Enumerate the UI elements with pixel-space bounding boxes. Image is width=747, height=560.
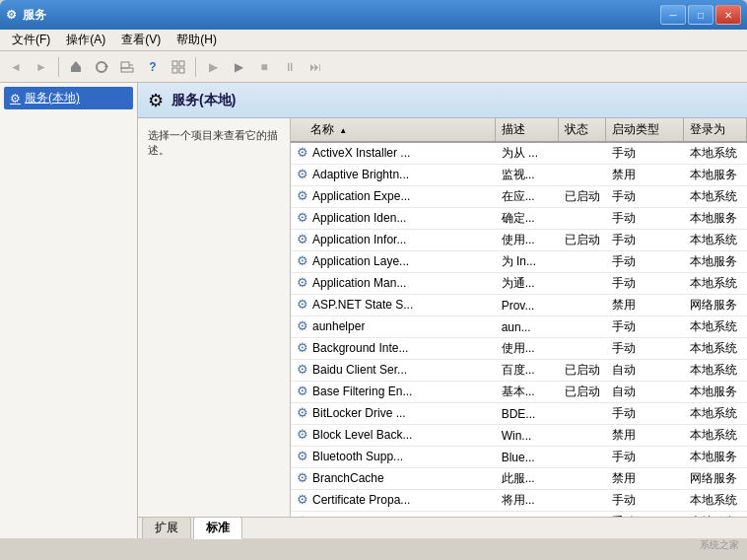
service-startup: 手动	[606, 142, 684, 165]
service-desc: aun...	[496, 316, 559, 338]
service-desc: Prov...	[496, 295, 559, 316]
export-icon	[120, 60, 134, 74]
properties-button[interactable]	[167, 55, 190, 79]
service-name: Baidu Client Ser...	[312, 363, 407, 377]
service-login: 本地服务	[684, 382, 747, 403]
col-login[interactable]: 登录为	[684, 118, 747, 142]
services-local-icon: ⚙	[10, 92, 21, 105]
sidebar-item-label: 服务(本地)	[25, 90, 80, 106]
service-icon: ⚙	[297, 253, 308, 268]
service-icon: ⚙	[297, 167, 308, 181]
back-button[interactable]: ◄	[4, 55, 28, 79]
service-icon: ⚙	[297, 362, 308, 377]
help-button[interactable]: ?	[141, 55, 165, 79]
service-startup: 手动	[606, 338, 684, 360]
service-status	[559, 295, 606, 316]
menu-help[interactable]: 帮助(H)	[169, 30, 225, 50]
service-login: 本地服务	[684, 251, 747, 273]
table-row[interactable]: ⚙aunhelperaun...手动本地系统	[291, 316, 747, 338]
bottom-tabs: 扩展 标准	[138, 517, 747, 538]
service-status	[559, 447, 606, 468]
service-startup: 手动	[606, 512, 684, 518]
svg-rect-0	[71, 67, 81, 72]
service-desc: Win...	[496, 425, 559, 447]
service-login: 本地系统	[684, 338, 747, 360]
close-button[interactable]: ✕	[715, 5, 741, 25]
table-row[interactable]: ⚙BitLocker Drive ...BDE...手动本地系统	[291, 403, 747, 425]
forward-button[interactable]: ►	[30, 55, 53, 79]
stop-service-button[interactable]: ■	[252, 55, 276, 79]
service-icon: ⚙	[297, 384, 308, 398]
table-row[interactable]: ⚙ASP.NET State S...Prov...禁用网络服务	[291, 295, 747, 316]
title-bar-left: ⚙ 服务	[6, 7, 46, 24]
service-startup: 手动	[606, 251, 684, 273]
services-table-wrapper[interactable]: 名称 ▲ 描述 状态 启动类型 登录为 ⚙ActiveX Installer .…	[291, 118, 747, 517]
up-button[interactable]	[64, 55, 88, 79]
start-service-button[interactable]: ▶	[201, 55, 225, 79]
sidebar: ⚙ 服务(本地)	[0, 83, 138, 538]
table-row[interactable]: ⚙Block Level Back...Win...禁用本地系统	[291, 425, 747, 447]
tab-standard[interactable]: 标准	[193, 517, 242, 539]
service-login: 本地服务	[684, 165, 747, 186]
table-row[interactable]: ⚙Application Laye...为 In...手动本地服务	[291, 251, 747, 273]
service-status	[559, 316, 606, 338]
service-status	[559, 273, 606, 295]
col-desc[interactable]: 描述	[496, 118, 559, 142]
table-row[interactable]: ⚙CNG Key Isolatio...CNG...手动本地服务	[291, 512, 747, 518]
service-startup: 自动	[606, 360, 684, 382]
service-status: 已启动	[559, 230, 606, 251]
sidebar-item-local[interactable]: ⚙ 服务(本地)	[4, 87, 133, 109]
table-row[interactable]: ⚙Background Inte...使用...手动本地系统	[291, 338, 747, 360]
col-startup[interactable]: 启动类型	[606, 118, 684, 142]
service-login: 本地系统	[684, 230, 747, 251]
service-login: 本地系统	[684, 403, 747, 425]
svg-rect-8	[172, 68, 177, 73]
service-status	[559, 468, 606, 490]
service-desc: 监视...	[496, 165, 559, 186]
refresh-button[interactable]	[90, 55, 113, 79]
minimize-button[interactable]: ─	[660, 5, 686, 25]
table-row[interactable]: ⚙Application Expe...在应...已启动手动本地系统	[291, 186, 747, 208]
table-row[interactable]: ⚙Application Iden...确定...手动本地服务	[291, 208, 747, 230]
table-row[interactable]: ⚙Base Filtering En...基本...已启动自动本地服务	[291, 382, 747, 403]
tab-extended[interactable]: 扩展	[142, 517, 191, 538]
service-name: Bluetooth Supp...	[312, 450, 403, 463]
table-row[interactable]: ⚙Bluetooth Supp...Blue...手动本地服务	[291, 447, 747, 468]
service-icon: ⚙	[297, 449, 308, 463]
svg-marker-1	[71, 61, 81, 67]
col-status[interactable]: 状态	[559, 118, 606, 142]
service-icon: ⚙	[297, 470, 308, 485]
start-service-button2[interactable]: ▶	[227, 55, 250, 79]
menu-file[interactable]: 文件(F)	[4, 30, 58, 50]
service-name: BitLocker Drive ...	[312, 406, 406, 420]
maximize-button[interactable]: □	[688, 5, 713, 25]
menu-bar: 文件(F) 操作(A) 查看(V) 帮助(H)	[0, 30, 747, 51]
menu-view[interactable]: 查看(V)	[113, 30, 169, 50]
service-desc: 使用...	[496, 338, 559, 360]
service-icon: ⚙	[297, 492, 308, 507]
table-row[interactable]: ⚙Baidu Client Ser...百度...已启动自动本地系统	[291, 360, 747, 382]
service-startup: 自动	[606, 382, 684, 403]
table-row[interactable]: ⚙Certificate Propa...将用...手动本地系统	[291, 490, 747, 512]
table-row[interactable]: ⚙ActiveX Installer ...为从 ...手动本地系统	[291, 142, 747, 165]
restart-service-button[interactable]: ⏭	[304, 55, 327, 79]
pause-service-button[interactable]: ⏸	[278, 55, 302, 79]
export-button[interactable]	[115, 55, 139, 79]
service-icon: ⚙	[297, 340, 308, 355]
service-name: Certificate Propa...	[312, 493, 410, 507]
service-startup: 手动	[606, 316, 684, 338]
service-name: Application Man...	[312, 276, 406, 290]
menu-action[interactable]: 操作(A)	[58, 30, 113, 50]
table-row[interactable]: ⚙BranchCache此服...禁用网络服务	[291, 468, 747, 490]
col-name[interactable]: 名称 ▲	[291, 118, 496, 142]
service-login: 本地系统	[684, 186, 747, 208]
table-row[interactable]: ⚙Adaptive Brightn...监视...禁用本地服务	[291, 165, 747, 186]
table-row[interactable]: ⚙Application Infor...使用...已启动手动本地系统	[291, 230, 747, 251]
service-icon: ⚙	[297, 405, 308, 420]
service-desc: BDE...	[496, 403, 559, 425]
service-icon: ⚙	[297, 514, 308, 517]
table-row[interactable]: ⚙Application Man...为通...手动本地系统	[291, 273, 747, 295]
services-table: 名称 ▲ 描述 状态 启动类型 登录为 ⚙ActiveX Installer .…	[291, 118, 747, 517]
service-status: 已启动	[559, 360, 606, 382]
service-name: Block Level Back...	[312, 428, 412, 442]
